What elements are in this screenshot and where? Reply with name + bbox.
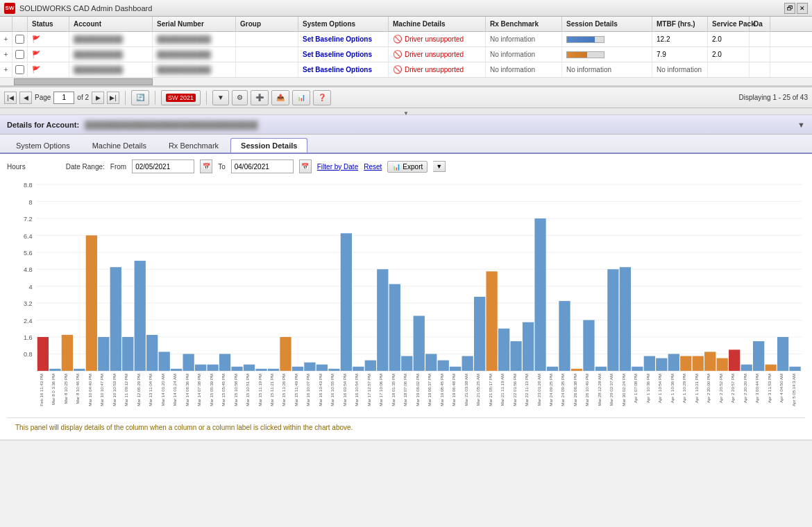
graph-button[interactable]: 📊 bbox=[292, 90, 310, 105]
svcpack-col-header[interactable]: Service Pack bbox=[708, 17, 750, 31]
row-checkbox[interactable] bbox=[15, 35, 24, 44]
bar-chart[interactable]: 8.8 8 7.2 6.4 5.6 4.8 4 3.2 2.4 1.6 bbox=[7, 178, 805, 417]
table-row[interactable]: + 🚩 ██████████ ███████████ Set Baseline … bbox=[0, 32, 812, 47]
svg-rect-127 bbox=[668, 354, 679, 370]
expand-icon[interactable]: + bbox=[4, 51, 8, 58]
horizontal-scrollbar[interactable] bbox=[0, 78, 812, 86]
help-button[interactable]: ❓ bbox=[313, 90, 331, 105]
rx-bench-cell: No information bbox=[490, 51, 535, 58]
mtbf-value: No information bbox=[657, 66, 702, 74]
svg-rect-119 bbox=[620, 267, 631, 371]
svg-rect-35 bbox=[110, 267, 121, 371]
hours-label: Hours bbox=[7, 163, 26, 171]
filter-button[interactable]: ▼ bbox=[212, 90, 229, 105]
svg-rect-51 bbox=[207, 365, 218, 371]
svg-text:Mar 17 10:06 PM: Mar 17 10:06 PM bbox=[378, 374, 383, 406]
export-button[interactable]: 📊 Export bbox=[387, 161, 428, 173]
driver-icon: 🚫 bbox=[393, 35, 403, 44]
scrollbar-thumb[interactable] bbox=[14, 78, 153, 85]
details-header: Details for Account: ███████████████████… bbox=[0, 115, 812, 135]
svg-text:Mar 21 05:17 PM: Mar 21 05:17 PM bbox=[488, 374, 493, 406]
prev-page-button[interactable]: ◀ bbox=[19, 92, 32, 104]
add-button[interactable]: ➕ bbox=[251, 90, 269, 105]
svg-rect-145 bbox=[777, 337, 788, 371]
svg-text:Mar 19 06:37 PM: Mar 19 06:37 PM bbox=[427, 374, 432, 406]
sys-opts-cell[interactable]: Set Baseline Options bbox=[303, 35, 372, 43]
svg-rect-117 bbox=[607, 269, 618, 371]
svg-rect-141 bbox=[753, 341, 764, 371]
tab-session-details[interactable]: Session Details bbox=[230, 138, 307, 153]
rxbench-col-header[interactable]: Rx Benchmark bbox=[486, 17, 562, 31]
expand-icon[interactable]: + bbox=[4, 35, 8, 43]
tab-rx-benchmark[interactable]: Rx Benchmark bbox=[158, 138, 229, 153]
svg-rect-27 bbox=[62, 335, 73, 371]
svg-text:Mar 21 05:25 AM: Mar 21 05:25 AM bbox=[475, 374, 480, 406]
svg-text:Mar 28 12:28 AM: Mar 28 12:28 AM bbox=[597, 374, 602, 406]
svg-text:Mar 19 08:45 PM: Mar 19 08:45 PM bbox=[439, 374, 444, 406]
sysopts-col-header[interactable]: System Options bbox=[298, 17, 389, 31]
account-cell: ██████████ bbox=[74, 66, 123, 74]
settings-button[interactable]: ⚙ bbox=[232, 90, 248, 105]
sessdet-col-header[interactable]: Session Details bbox=[562, 17, 652, 31]
svg-rect-147 bbox=[789, 367, 800, 371]
sw-badge: SW 2021 bbox=[166, 94, 196, 102]
collapse-button[interactable]: ▼ bbox=[797, 121, 805, 129]
svg-text:Mar 15 10:51 PM: Mar 15 10:51 PM bbox=[245, 374, 250, 406]
close-button[interactable]: ✕ bbox=[797, 3, 808, 14]
svg-text:Mar 16 10:07 PM: Mar 16 10:07 PM bbox=[305, 374, 310, 406]
next-page-button[interactable]: ▶ bbox=[92, 92, 104, 104]
reset-button[interactable]: Reset bbox=[364, 163, 382, 171]
restore-button[interactable]: 🗗 bbox=[784, 3, 795, 14]
svg-rect-139 bbox=[741, 365, 752, 371]
svg-text:Mar 14 01:20 AM: Mar 14 01:20 AM bbox=[160, 374, 165, 406]
first-page-button[interactable]: |◀ bbox=[4, 92, 17, 104]
last-page-button[interactable]: ▶| bbox=[107, 92, 119, 104]
svcpack-cell: 2.0 bbox=[712, 35, 722, 43]
svg-text:Mar 26 10:40 PM: Mar 26 10:40 PM bbox=[584, 374, 589, 406]
svg-text:4: 4 bbox=[29, 284, 33, 291]
rx-bench-cell: No information bbox=[490, 66, 535, 74]
from-date-input[interactable] bbox=[132, 159, 194, 173]
refresh-button[interactable]: 🔄 bbox=[131, 90, 149, 105]
svg-text:Mar 17 12:57 PM: Mar 17 12:57 PM bbox=[366, 374, 371, 406]
filter-by-date-button[interactable]: Filter by Date bbox=[317, 163, 358, 171]
svg-rect-55 bbox=[231, 367, 242, 371]
row-checkbox[interactable] bbox=[15, 50, 24, 59]
group-col-header[interactable]: Group bbox=[236, 17, 298, 31]
svg-rect-65 bbox=[292, 367, 303, 371]
expand-toggle[interactable]: ▼ bbox=[0, 108, 812, 115]
tab-machine-details[interactable]: Machine Details bbox=[82, 138, 157, 153]
account-col-header[interactable]: Account bbox=[69, 17, 153, 31]
details-section: Details for Account: ███████████████████… bbox=[0, 115, 812, 440]
tab-system-options[interactable]: System Options bbox=[6, 138, 81, 153]
rx-bench-cell: No information bbox=[490, 35, 535, 43]
from-date-picker[interactable]: 📅 bbox=[200, 159, 212, 173]
da-cell bbox=[750, 62, 770, 77]
to-date-picker[interactable]: 📅 bbox=[299, 159, 312, 173]
da-col-header[interactable]: Da bbox=[750, 17, 770, 31]
expand-icon[interactable]: + bbox=[4, 66, 8, 74]
table-row[interactable]: + 🚩 ██████████ ███████████ Set Baseline … bbox=[0, 62, 812, 78]
svg-rect-49 bbox=[195, 365, 206, 371]
sw-version-button[interactable]: SW 2021 bbox=[161, 90, 201, 105]
svg-text:Mar 24 09:35 PM: Mar 24 09:35 PM bbox=[560, 374, 565, 406]
to-label: To bbox=[218, 163, 226, 171]
svg-rect-67 bbox=[304, 363, 315, 371]
svg-text:Apr 2 20:20 PM: Apr 2 20:20 PM bbox=[743, 374, 747, 403]
serial-col-header[interactable]: Serial Number bbox=[153, 17, 236, 31]
export-button2[interactable]: 📤 bbox=[271, 90, 289, 105]
machdet-col-header[interactable]: Machine Details bbox=[389, 17, 486, 31]
svg-text:Mar 26 06:38 PM: Mar 26 06:38 PM bbox=[573, 374, 577, 406]
mtbf-col-header[interactable]: MTBF (hrs.) bbox=[652, 17, 708, 31]
table-row[interactable]: + 🚩 ██████████ ███████████ Set Baseline … bbox=[0, 47, 812, 62]
sys-opts-cell[interactable]: Set Baseline Options bbox=[303, 66, 372, 74]
svg-rect-33 bbox=[98, 337, 109, 371]
svg-text:Mar 15 11:19 PM: Mar 15 11:19 PM bbox=[257, 374, 262, 406]
status-col-header[interactable]: Status bbox=[28, 17, 69, 31]
to-date-input[interactable] bbox=[231, 159, 294, 173]
export-dropdown-button[interactable]: ▼ bbox=[433, 161, 446, 172]
svg-text:Apr 1 10:21 PM: Apr 1 10:21 PM bbox=[694, 374, 699, 403]
row-checkbox[interactable] bbox=[15, 65, 24, 74]
page-input[interactable] bbox=[53, 92, 74, 104]
sys-opts-cell[interactable]: Set Baseline Options bbox=[303, 51, 372, 58]
